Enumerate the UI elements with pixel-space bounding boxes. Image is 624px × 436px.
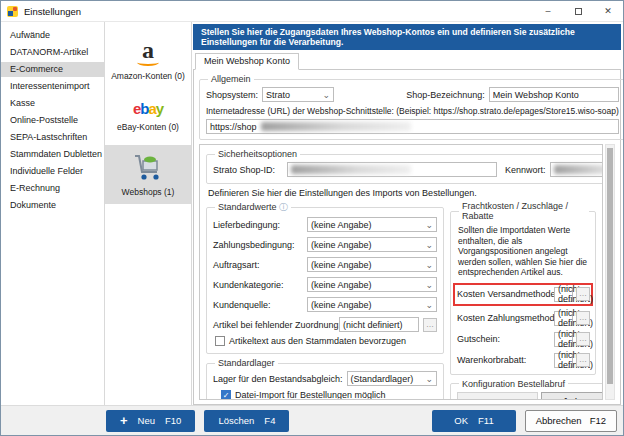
- warenkorbrabatt-label: Warenkorbrabatt:: [457, 355, 551, 365]
- sidebar-item-erechnung[interactable]: E-Rechnung: [1, 181, 104, 196]
- shortcut-key: F12: [590, 415, 606, 426]
- autom-bestellabruf-button[interactable]: Autom. Bestellabruf (Inaktiv): [541, 392, 603, 401]
- group-title: Allgemein: [208, 74, 254, 84]
- account-webshops[interactable]: Webshops (1): [105, 145, 191, 204]
- browse-button[interactable]: …: [576, 287, 590, 301]
- artikeltext-checkbox[interactable]: [215, 336, 225, 346]
- shopid-label: Strato Shop-ID:: [213, 165, 283, 175]
- import-intro-text: Definieren Sie hier die Einstellungen de…: [208, 188, 596, 198]
- maximize-button[interactable]: [563, 1, 593, 21]
- kosten-zahlungsmethode-label: Kosten Zahlungsmethode:: [457, 313, 551, 323]
- maximize-icon: [575, 8, 582, 15]
- import-settings-panel: Sicherheitsoptionen Strato Shop-ID: Kenn…: [199, 144, 603, 400]
- chevron-down-icon: ⌄: [425, 222, 433, 228]
- window-controls: – ✕: [533, 1, 623, 21]
- close-button[interactable]: ✕: [593, 1, 623, 21]
- account-label: eBay-Konten (0): [107, 122, 189, 132]
- kosten-zahlungsmethode-field[interactable]: (nicht definiert): [554, 311, 573, 326]
- browse-button[interactable]: …: [423, 318, 437, 332]
- main-panel: Stellen Sie hier die Zugangsdaten Ihres …: [192, 22, 623, 407]
- sidebar-item-kasse[interactable]: Kasse: [1, 96, 104, 111]
- shortcut-key: F10: [165, 415, 181, 426]
- redacted-url: [261, 122, 411, 131]
- tab-panel: Allgemein Shopsystem: Strato ⌄ Shop-Beze…: [193, 69, 621, 405]
- neu-button[interactable]: + Neu F10: [106, 410, 195, 432]
- scrollbar-thumb[interactable]: [607, 148, 613, 384]
- kundenkategorie-label: Kundenkategorie:: [213, 280, 303, 290]
- sidebar-item-online-poststelle[interactable]: Online-Poststelle: [1, 113, 104, 128]
- kundenquelle-label: Kundenquelle:: [213, 300, 303, 310]
- account-label: Webshops (1): [107, 187, 189, 197]
- bestellabruf-einstellungen-button[interactable]: Einstellungen: [457, 392, 538, 401]
- artikel-zuordnung-field[interactable]: (nicht definiert): [339, 317, 419, 332]
- kosten-versandmethode-label: Kosten Versandmethode:: [457, 289, 551, 299]
- sidebar-item-stammdaten-dubletten[interactable]: Stammdaten Dubletten: [1, 147, 104, 162]
- browse-button[interactable]: …: [576, 311, 590, 325]
- kennwort-input[interactable]: [550, 162, 603, 177]
- shortcut-key: F11: [478, 415, 494, 426]
- lieferbedingung-select[interactable]: (keine Angabe)⌄: [307, 217, 437, 232]
- kundenquelle-select[interactable]: (keine Angabe)⌄: [307, 297, 437, 312]
- frachtkosten-description: Sollten die Importdaten Werte enthalten,…: [458, 225, 588, 278]
- bezeichnung-label: Shop-Bezeichnung:: [406, 90, 485, 100]
- loeschen-button[interactable]: Löschen F4: [204, 410, 289, 432]
- settings-window: Einstellungen – ✕ Aufwände DATANORM-Arti…: [0, 0, 624, 436]
- artikeltext-checkbox-label: Artikeltext aus den Stammdaten bevorzuge…: [229, 336, 406, 346]
- group-standardwerte: Standardwerte ⓘ Lieferbedingung: (keine …: [206, 201, 444, 354]
- redacted-shopid: [291, 165, 411, 174]
- account-ebay[interactable]: ebay eBay-Konten (0): [105, 94, 191, 139]
- sidebar-item-dokumente[interactable]: Dokumente: [1, 198, 104, 213]
- group-sicherheitsoptionen: Sicherheitsoptionen Strato Shop-ID: Kenn…: [206, 149, 603, 184]
- minimize-button[interactable]: –: [533, 1, 563, 21]
- account-amazon[interactable]: a Amazon-Konten (0): [105, 32, 191, 88]
- ebay-icon: ebay: [107, 101, 189, 117]
- amazon-icon: a: [107, 39, 189, 66]
- datei-import-checkbox-label: Datei-Import für Bestellungen möglich: [235, 390, 386, 400]
- sidebar-item-interessentenimport[interactable]: Interessentenimport: [1, 79, 104, 94]
- shortcut-key: F4: [264, 415, 275, 426]
- group-title: Standardlager: [215, 358, 278, 368]
- datei-import-checkbox[interactable]: ✓: [221, 390, 231, 400]
- info-icon: ⓘ: [279, 202, 288, 212]
- kundenkategorie-select[interactable]: (keine Angabe)⌄: [307, 277, 437, 292]
- kosten-versandmethode-field[interactable]: (nicht definiert): [554, 287, 573, 302]
- artikel-zuordnung-label: Artikel bei fehlender Zuordnung:: [213, 320, 335, 330]
- group-allgemein: Allgemein Shopsystem: Strato ⌄ Shop-Beze…: [199, 74, 624, 140]
- chevron-down-icon: ⌄: [425, 302, 433, 308]
- chevron-down-icon: ⌄: [425, 242, 433, 248]
- lager-select[interactable]: (Standardlager)⌄: [347, 371, 437, 386]
- zahlungsbedingung-select[interactable]: (keine Angabe)⌄: [307, 237, 437, 252]
- check-icon: ✓: [223, 391, 230, 400]
- chevron-down-icon: ⌄: [323, 92, 331, 98]
- lieferbedingung-label: Lieferbedingung:: [213, 220, 303, 230]
- account-label: Amazon-Konten (0): [107, 71, 189, 81]
- footer-bar: + Neu F10 Löschen F4 OK F11 Abbrechen F1…: [1, 405, 623, 435]
- right-column: Frachtkosten / Zuschläge / Rabatte Sollt…: [450, 201, 596, 400]
- abbrechen-button[interactable]: Abbrechen F12: [525, 410, 617, 432]
- window-title: Einstellungen: [24, 6, 81, 17]
- shopsystem-select[interactable]: Strato ⌄: [262, 87, 334, 102]
- vertical-scrollbar[interactable]: [605, 144, 615, 400]
- shopid-input[interactable]: [287, 162, 497, 177]
- sidebar-item-sepa[interactable]: SEPA-Lastschriften: [1, 130, 104, 145]
- scroll-area: Sicherheitsoptionen Strato Shop-ID: Kenn…: [199, 144, 615, 400]
- ok-button[interactable]: OK F11: [432, 410, 515, 432]
- sidebar-item-ecommerce[interactable]: E-Commerce: [1, 62, 104, 77]
- info-banner: Stellen Sie hier die Zugangsdaten Ihres …: [193, 24, 621, 50]
- sidebar-item-datanorm[interactable]: DATANORM-Artikel: [1, 45, 104, 60]
- redacted-kennwort: [554, 165, 603, 174]
- account-type-list: a Amazon-Konten (0) ebay eBay-Konten (0)…: [105, 22, 192, 407]
- gutschein-field[interactable]: (nicht definiert): [554, 332, 573, 347]
- left-column: Standardwerte ⓘ Lieferbedingung: (keine …: [206, 201, 444, 400]
- settings-sidebar: Aufwände DATANORM-Artikel E-Commerce Int…: [1, 22, 105, 407]
- auftragsart-select[interactable]: (keine Angabe)⌄: [307, 257, 437, 272]
- browse-button[interactable]: …: [576, 353, 590, 367]
- sidebar-item-individuelle-felder[interactable]: Individuelle Felder: [1, 164, 104, 179]
- sidebar-item-aufwaende[interactable]: Aufwände: [1, 28, 104, 43]
- warenkorbrabatt-field[interactable]: (nicht definiert): [554, 353, 573, 368]
- bezeichnung-input[interactable]: [489, 87, 619, 102]
- browse-button[interactable]: …: [576, 332, 590, 346]
- zahlungsbedingung-label: Zahlungsbedingung:: [213, 240, 303, 250]
- tab-mein-webshop-konto[interactable]: Mein Webshop Konto: [195, 53, 299, 70]
- url-input[interactable]: https://shop: [206, 119, 619, 134]
